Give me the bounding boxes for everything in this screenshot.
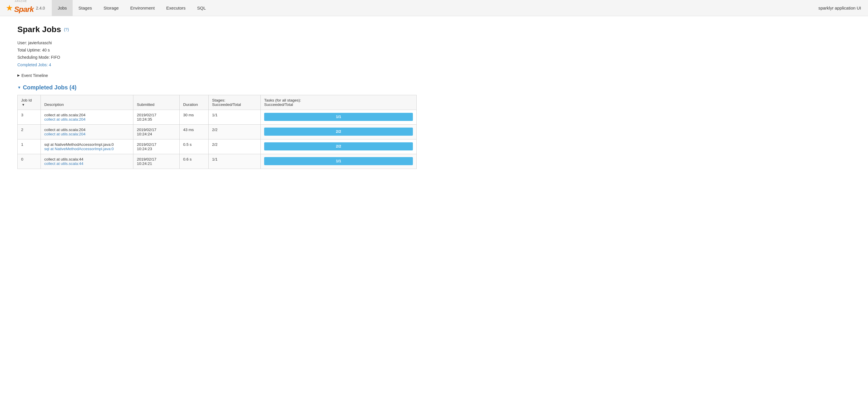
app-name: sparklyr application UI	[811, 5, 868, 10]
completed-jobs-link[interactable]: Completed Jobs: 4	[18, 62, 51, 67]
apache-label: APACHE	[15, 0, 27, 3]
spark-wordmark: Spark	[14, 5, 34, 14]
th-description[interactable]: Description	[41, 95, 133, 110]
table-row: 2collect at utils.scala:204collect at ut…	[18, 124, 416, 139]
th-tasks-label: Tasks (for all stages):Succeeded/Total	[264, 98, 301, 107]
cell-job-id: 2	[18, 124, 41, 139]
tasks-progress-bar: 2/2	[264, 142, 413, 150]
spark-version: 2.4.0	[36, 6, 45, 10]
spark-logo[interactable]: ★ APACHE Spark 2.4.0	[0, 2, 51, 14]
event-timeline-toggle[interactable]: ▶ Event Timeline	[18, 73, 416, 78]
completed-jobs-link-row: Completed Jobs: 4	[18, 61, 416, 68]
spark-star-icon: ★	[6, 4, 13, 12]
sort-arrow-icon: ▼	[22, 103, 25, 106]
cell-duration: 0.5 s	[180, 139, 209, 154]
cell-stages: 1/1	[209, 110, 261, 124]
user-info: User: javierluraschi	[18, 39, 416, 46]
nav-storage[interactable]: Storage	[98, 0, 125, 16]
cell-duration: 0.6 s	[180, 154, 209, 169]
cell-tasks: 2/2	[261, 139, 416, 154]
job-desc-main: sql at NativeMethodAccessorImpl.java:0	[44, 142, 114, 147]
job-desc-link[interactable]: collect at utils.scala:44	[44, 161, 130, 166]
th-stages-label: Stages:Succeeded/Total	[212, 98, 241, 107]
cell-duration: 30 ms	[180, 110, 209, 124]
th-description-label: Description	[44, 102, 64, 107]
th-stages[interactable]: Stages:Succeeded/Total	[209, 95, 261, 110]
th-submitted[interactable]: Submitted	[133, 95, 180, 110]
event-timeline-arrow-icon: ▶	[18, 73, 20, 77]
jobs-table: Job Id ▼ Description Submitted Duration …	[18, 95, 416, 169]
th-duration[interactable]: Duration	[180, 95, 209, 110]
job-desc-main: collect at utils.scala:204	[44, 128, 86, 132]
completed-jobs-collapse-icon[interactable]: ▼	[18, 85, 21, 90]
nav-executors[interactable]: Executors	[161, 0, 191, 16]
job-desc-link[interactable]: collect at utils.scala:204	[44, 132, 130, 136]
cell-stages: 2/2	[209, 124, 261, 139]
help-link[interactable]: (?)	[64, 27, 69, 32]
nav-environment[interactable]: Environment	[124, 0, 160, 16]
cell-tasks: 1/1	[261, 110, 416, 124]
cell-description: collect at utils.scala:44collect at util…	[41, 154, 133, 169]
tasks-progress-bar: 2/2	[264, 128, 413, 136]
scheduling-info: Scheduling Mode: FIFO	[18, 54, 416, 61]
cell-job-id: 3	[18, 110, 41, 124]
event-timeline-label: Event Timeline	[22, 73, 48, 78]
nav-sql[interactable]: SQL	[191, 0, 212, 16]
cell-submitted: 2019/02/17 10:24:21	[133, 154, 180, 169]
cell-submitted: 2019/02/17 10:24:24	[133, 124, 180, 139]
job-desc-main: collect at utils.scala:204	[44, 113, 86, 117]
job-desc-link[interactable]: collect at utils.scala:204	[44, 117, 130, 122]
cell-description: collect at utils.scala:204collect at uti…	[41, 110, 133, 124]
job-desc-link[interactable]: sql at NativeMethodAccessorImpl.java:0	[44, 147, 130, 151]
cell-job-id: 0	[18, 154, 41, 169]
nav-links: Jobs Stages Storage Environment Executor…	[52, 0, 212, 16]
cell-submitted: 2019/02/17 10:24:23	[133, 139, 180, 154]
completed-jobs-section-header: ▼ Completed Jobs (4)	[18, 84, 416, 91]
job-desc-main: collect at utils.scala:44	[44, 157, 83, 161]
cell-job-id: 1	[18, 139, 41, 154]
main-content: Spark Jobs (?) User: javierluraschi Tota…	[0, 16, 434, 178]
page-title: Spark Jobs	[18, 25, 61, 34]
table-row: 3collect at utils.scala:204collect at ut…	[18, 110, 416, 124]
navbar: ★ APACHE Spark 2.4.0 Jobs Stages Storage…	[0, 0, 868, 16]
th-job-id[interactable]: Job Id ▼	[18, 95, 41, 110]
th-duration-label: Duration	[183, 102, 198, 107]
cell-duration: 43 ms	[180, 124, 209, 139]
th-submitted-label: Submitted	[137, 102, 155, 107]
tasks-progress-bar: 1/1	[264, 113, 413, 121]
th-tasks[interactable]: Tasks (for all stages):Succeeded/Total	[261, 95, 416, 110]
table-row: 1sql at NativeMethodAccessorImpl.java:0s…	[18, 139, 416, 154]
nav-jobs[interactable]: Jobs	[52, 0, 73, 16]
th-job-id-label: Job Id	[21, 98, 37, 102]
cell-tasks: 2/2	[261, 124, 416, 139]
cell-stages: 2/2	[209, 139, 261, 154]
table-header-row: Job Id ▼ Description Submitted Duration …	[18, 95, 416, 110]
tasks-progress-bar: 1/1	[264, 157, 413, 165]
cell-description: sql at NativeMethodAccessorImpl.java:0sq…	[41, 139, 133, 154]
table-row: 0collect at utils.scala:44collect at uti…	[18, 154, 416, 169]
cell-submitted: 2019/02/17 10:24:35	[133, 110, 180, 124]
meta-info: User: javierluraschi Total Uptime: 40 s …	[18, 39, 416, 68]
page-title-row: Spark Jobs (?)	[18, 25, 416, 34]
uptime-info: Total Uptime: 40 s	[18, 46, 416, 54]
cell-description: collect at utils.scala:204collect at uti…	[41, 124, 133, 139]
completed-jobs-title: Completed Jobs (4)	[23, 84, 77, 91]
cell-tasks: 1/1	[261, 154, 416, 169]
cell-stages: 1/1	[209, 154, 261, 169]
nav-stages[interactable]: Stages	[73, 0, 98, 16]
